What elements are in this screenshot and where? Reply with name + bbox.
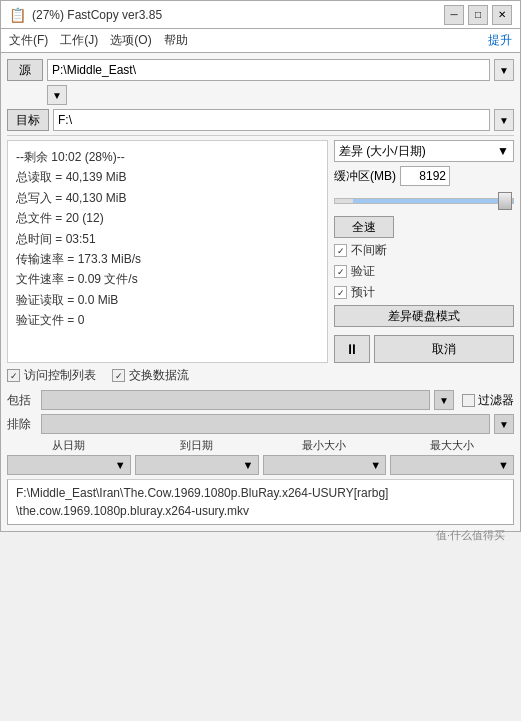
max-size-label: 最大大小 bbox=[390, 438, 514, 453]
from-date-input[interactable]: ▼ bbox=[7, 455, 131, 475]
mode-chevron-icon: ▼ bbox=[497, 144, 509, 158]
dest-dropdown[interactable]: ▼ bbox=[494, 109, 514, 131]
to-date-input[interactable]: ▼ bbox=[135, 455, 259, 475]
min-size-label: 最小大小 bbox=[263, 438, 387, 453]
max-size-input[interactable]: ▼ bbox=[390, 455, 514, 475]
upgrade-link[interactable]: 提升 bbox=[488, 32, 512, 49]
cancel-button[interactable]: 取消 bbox=[374, 335, 514, 363]
to-date-chevron-icon: ▼ bbox=[243, 459, 254, 471]
pause-icon: ⏸ bbox=[345, 341, 359, 357]
mode-label: 差异 (大小/日期) bbox=[339, 143, 426, 160]
stat-remaining: --剩余 10:02 (28%)-- bbox=[16, 147, 319, 167]
include-dropdown[interactable]: ▼ bbox=[434, 390, 454, 410]
checkbox-estimate: ✓ 预计 bbox=[334, 284, 514, 301]
menu-file[interactable]: 文件(F) bbox=[9, 32, 48, 49]
status-line1: F:\Middle_East\Iran\The.Cow.1969.1080p.B… bbox=[16, 484, 505, 502]
exclude-dropdown[interactable]: ▼ bbox=[494, 414, 514, 434]
action-buttons: ⏸ 取消 bbox=[334, 335, 514, 363]
buffer-label: 缓冲区(MB) bbox=[334, 168, 396, 185]
exclude-input[interactable] bbox=[41, 414, 490, 434]
menu-bar: 文件(F) 工作(J) 选项(O) 帮助 提升 bbox=[0, 28, 521, 52]
source-row: 源 P:\Middle_East\ ▼ bbox=[7, 59, 514, 81]
exchange-label: 交换数据流 bbox=[129, 367, 189, 384]
to-date-col: 到日期 ▼ bbox=[135, 438, 259, 475]
source-extra-dropdown[interactable]: ▼ bbox=[47, 85, 67, 105]
exclude-label: 排除 bbox=[7, 416, 37, 433]
checkbox-verify: ✓ 验证 bbox=[334, 263, 514, 280]
verify-label: 验证 bbox=[351, 263, 375, 280]
include-input[interactable] bbox=[41, 390, 430, 410]
stat-total-read: 总读取 = 40,139 MiB bbox=[16, 167, 319, 187]
fullspeed-button[interactable]: 全速 bbox=[334, 216, 394, 238]
source-button[interactable]: 源 bbox=[7, 59, 43, 81]
max-size-chevron-icon: ▼ bbox=[498, 459, 509, 471]
stat-verify-read: 验证读取 = 0.0 MiB bbox=[16, 290, 319, 310]
filter-label: 过滤器 bbox=[478, 392, 514, 409]
from-date-chevron-icon: ▼ bbox=[115, 459, 126, 471]
menu-work[interactable]: 工作(J) bbox=[60, 32, 98, 49]
date-filter-row: 从日期 ▼ 到日期 ▼ 最小大小 ▼ bbox=[7, 438, 514, 475]
app-icon: 📋 bbox=[9, 7, 26, 23]
buffer-row: 缓冲区(MB) 8192 bbox=[334, 166, 514, 186]
dest-button[interactable]: 目标 bbox=[7, 109, 49, 131]
dest-path: F:\ bbox=[58, 113, 72, 127]
mode-dropdown[interactable]: 差异 (大小/日期) ▼ bbox=[334, 140, 514, 162]
right-panel: 差异 (大小/日期) ▼ 缓冲区(MB) 8192 bbox=[334, 140, 514, 363]
minimize-button[interactable]: ─ bbox=[444, 5, 464, 25]
include-row: 包括 ▼ 过滤器 bbox=[7, 390, 514, 410]
exchange-checkbox[interactable]: ✓ bbox=[112, 369, 125, 382]
access-control-row: ✓ 访问控制列表 ✓ 交换数据流 bbox=[7, 367, 514, 384]
stat-total-time: 总时间 = 03:51 bbox=[16, 229, 319, 249]
diff-hdd-button[interactable]: 差异硬盘模式 bbox=[334, 305, 514, 327]
stat-transfer-rate: 传输速率 = 173.3 MiB/s bbox=[16, 249, 319, 269]
watermark: 值·什么值得买 bbox=[0, 524, 513, 547]
estimate-checkbox[interactable]: ✓ bbox=[334, 286, 347, 299]
buffer-input[interactable]: 8192 bbox=[400, 166, 450, 186]
min-size-chevron-icon: ▼ bbox=[370, 459, 381, 471]
continuous-checkbox[interactable]: ✓ bbox=[334, 244, 347, 257]
from-date-col: 从日期 ▼ bbox=[7, 438, 131, 475]
pause-button[interactable]: ⏸ bbox=[334, 335, 370, 363]
stat-verify-files: 验证文件 = 0 bbox=[16, 310, 319, 330]
min-size-input[interactable]: ▼ bbox=[263, 455, 387, 475]
main-window: 源 P:\Middle_East\ ▼ ▼ 目标 F:\ ▼ --剩余 10:0… bbox=[0, 52, 521, 532]
menu-help[interactable]: 帮助 bbox=[164, 32, 188, 49]
title-bar: 📋 (27%) FastCopy ver3.85 ─ □ ✕ bbox=[0, 0, 521, 28]
filter-checkbox[interactable] bbox=[462, 394, 475, 407]
from-date-label: 从日期 bbox=[7, 438, 131, 453]
checkbox-continuous: ✓ 不间断 bbox=[334, 242, 514, 259]
to-date-label: 到日期 bbox=[135, 438, 259, 453]
include-label: 包括 bbox=[7, 392, 37, 409]
source-dropdown[interactable]: ▼ bbox=[494, 59, 514, 81]
max-size-col: 最大大小 ▼ bbox=[390, 438, 514, 475]
source-path: P:\Middle_East\ bbox=[52, 63, 136, 77]
menu-options[interactable]: 选项(O) bbox=[110, 32, 151, 49]
continuous-label: 不间断 bbox=[351, 242, 387, 259]
exclude-row: 排除 ▼ bbox=[7, 414, 514, 434]
min-size-col: 最小大小 ▼ bbox=[263, 438, 387, 475]
close-button[interactable]: ✕ bbox=[492, 5, 512, 25]
maximize-button[interactable]: □ bbox=[468, 5, 488, 25]
acl-label: 访问控制列表 bbox=[24, 367, 96, 384]
stat-total-write: 总写入 = 40,130 MiB bbox=[16, 188, 319, 208]
window-title: (27%) FastCopy ver3.85 bbox=[32, 8, 162, 22]
dest-row: 目标 F:\ ▼ bbox=[7, 109, 514, 131]
verify-checkbox[interactable]: ✓ bbox=[334, 265, 347, 278]
buffer-slider[interactable] bbox=[334, 192, 514, 210]
stat-total-files: 总文件 = 20 (12) bbox=[16, 208, 319, 228]
estimate-label: 预计 bbox=[351, 284, 375, 301]
status-line2: \the.cow.1969.1080p.bluray.x264-usury.mk… bbox=[16, 502, 505, 520]
stat-file-rate: 文件速率 = 0.09 文件/s bbox=[16, 269, 319, 289]
content-area: --剩余 10:02 (28%)-- 总读取 = 40,139 MiB 总写入 … bbox=[7, 140, 514, 363]
stats-area: --剩余 10:02 (28%)-- 总读取 = 40,139 MiB 总写入 … bbox=[7, 140, 328, 363]
acl-checkbox[interactable]: ✓ bbox=[7, 369, 20, 382]
status-bar: F:\Middle_East\Iran\The.Cow.1969.1080p.B… bbox=[7, 479, 514, 525]
